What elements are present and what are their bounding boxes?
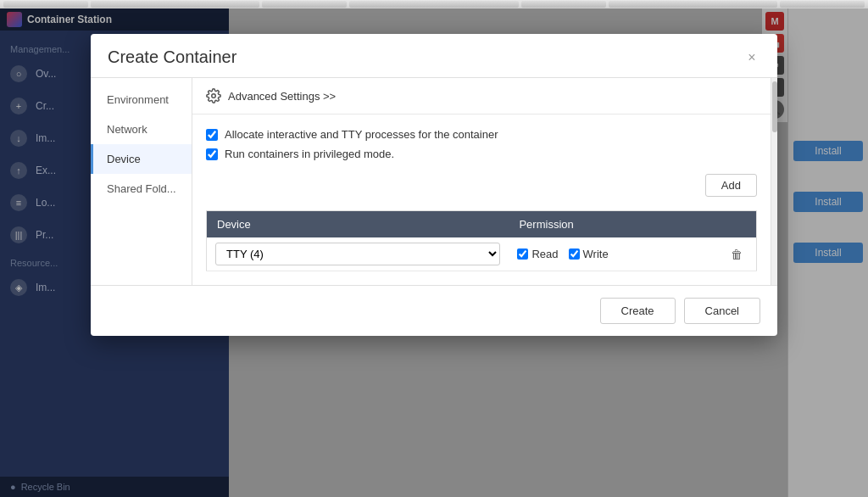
advanced-gear-icon: [206, 88, 221, 103]
write-checkbox[interactable]: [569, 248, 580, 260]
tb-item-5: [521, 1, 606, 8]
top-taskbar: [0, 0, 868, 8]
cancel-button[interactable]: Cancel: [684, 298, 760, 324]
device-cell: TTY (4) TTY (0) TTY (1) TTY (2) TTY (3): [207, 237, 509, 271]
write-permission: Write: [569, 248, 609, 260]
read-checkbox[interactable]: [517, 248, 528, 260]
nav-item-network[interactable]: Network: [91, 114, 192, 144]
advanced-settings-link[interactable]: Advanced Settings >>: [228, 90, 336, 103]
tb-item-3: [262, 1, 347, 8]
content-area: Allocate interactive and TTY processes f…: [192, 114, 771, 285]
device-select[interactable]: TTY (4) TTY (0) TTY (1) TTY (2) TTY (3): [215, 243, 500, 265]
add-device-button[interactable]: Add: [705, 174, 757, 197]
device-row-0: TTY (4) TTY (0) TTY (1) TTY (2) TTY (3): [207, 237, 757, 271]
modal-footer: Create Cancel: [91, 285, 777, 336]
scrollbar-thumb: [772, 81, 777, 132]
tb-item-1: [3, 1, 88, 8]
permission-controls: Read Write 🗑: [517, 246, 748, 263]
delete-device-button[interactable]: 🗑: [726, 246, 748, 263]
create-button[interactable]: Create: [600, 298, 676, 324]
advanced-settings-bar: Advanced Settings >>: [192, 78, 771, 114]
tty-checkbox-row: Allocate interactive and TTY processes f…: [206, 128, 757, 141]
permission-cell: Read Write 🗑: [509, 237, 756, 271]
nav-item-environment[interactable]: Environment: [91, 85, 192, 114]
modal-nav: Environment Network Device Shared Fold..…: [91, 78, 192, 285]
permission-col-header: Permission: [509, 211, 756, 238]
nav-item-shared-folder[interactable]: Shared Fold...: [91, 174, 192, 204]
modal-main-content: Advanced Settings >> Allocate interactiv…: [192, 78, 771, 285]
nav-item-device[interactable]: Device: [91, 144, 192, 174]
modal-header: Create Container ×: [91, 34, 777, 78]
device-col-header: Device: [207, 211, 509, 238]
create-container-modal: Create Container × Environment Network D…: [91, 34, 777, 336]
tb-item-2: [91, 1, 260, 8]
add-button-row: Add: [206, 167, 757, 204]
tty-checkbox[interactable]: [206, 129, 218, 141]
tb-item-6: [609, 1, 778, 8]
device-table: Device Permission TTY (4) TTY (0): [206, 210, 757, 271]
read-permission: Read: [517, 248, 558, 260]
write-label: Write: [583, 248, 609, 260]
tb-item-4: [349, 1, 519, 8]
modal-title: Create Container: [108, 47, 236, 67]
modal-scrollbar: [771, 78, 777, 285]
svg-point-0: [212, 94, 216, 98]
modal-close-button[interactable]: ×: [743, 49, 760, 66]
modal-overlay: Create Container × Environment Network D…: [0, 8, 868, 497]
read-label: Read: [531, 248, 558, 260]
privileged-label: Run containers in privileged mode.: [225, 148, 394, 160]
tb-item-7: [780, 1, 865, 8]
modal-body: Environment Network Device Shared Fold..…: [91, 78, 777, 285]
privileged-checkbox-row: Run containers in privileged mode.: [206, 148, 757, 160]
privileged-checkbox[interactable]: [206, 148, 218, 160]
tty-label: Allocate interactive and TTY processes f…: [225, 128, 498, 141]
